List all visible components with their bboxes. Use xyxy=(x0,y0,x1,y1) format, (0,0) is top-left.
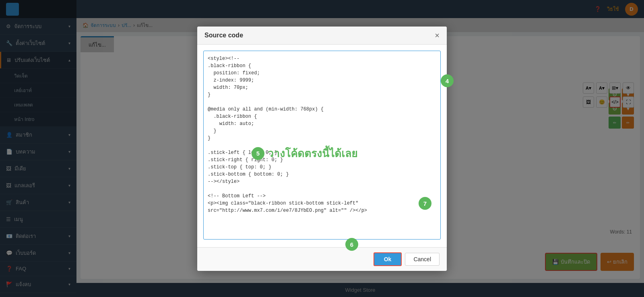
modal-header: Source code × xyxy=(197,27,447,45)
step7-badge: 7 xyxy=(419,197,431,210)
step6-badge: 6 xyxy=(345,238,358,251)
modal-footer: Ok Cancel xyxy=(197,247,447,271)
modal-title: Source code xyxy=(204,32,243,39)
modal-cancel-button[interactable]: Cancel xyxy=(405,253,440,266)
modal-close-button[interactable]: × xyxy=(435,31,440,39)
step5-badge: 5 xyxy=(252,147,264,160)
source-code-editor[interactable] xyxy=(203,51,441,240)
ok-button[interactable]: Ok xyxy=(374,252,402,266)
step4-badge: 4 xyxy=(441,74,454,87)
modal-overlay[interactable]: 4 Source code × 5 วางโค้ดตรงนี้ได้เลย Ok… xyxy=(0,0,644,297)
source-code-modal: Source code × 5 วางโค้ดตรงนี้ได้เลย Ok C… xyxy=(197,27,447,271)
modal-body: 5 วางโค้ดตรงนี้ได้เลย xyxy=(197,45,447,247)
